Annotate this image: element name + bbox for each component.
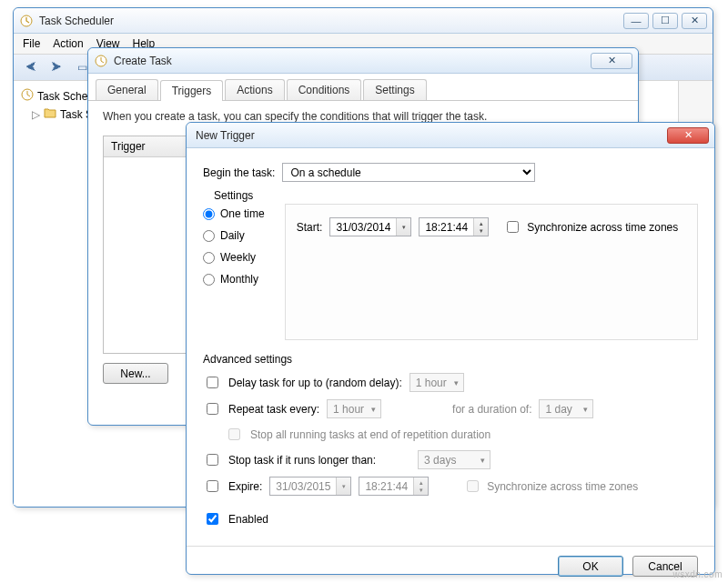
menu-file[interactable]: File bbox=[23, 37, 40, 50]
start-time-picker[interactable]: 18:21:44 ▴▾ bbox=[419, 217, 489, 236]
folder-icon bbox=[44, 107, 56, 121]
watermark: wsxdn.com bbox=[672, 569, 723, 579]
expire-sync-checkbox: Synchronize across time zones bbox=[463, 477, 638, 495]
schedule-panel: Start: 31/03/2014 ▾ 18:21:44 ▴▾ Synchron… bbox=[285, 204, 698, 340]
create-task-titlebar[interactable]: Create Task ✕ bbox=[88, 48, 638, 74]
clock-icon bbox=[21, 88, 34, 104]
ok-button[interactable]: OK bbox=[558, 556, 623, 577]
begin-task-label: Begin the task: bbox=[203, 166, 275, 179]
delay-combo[interactable]: 1 hour bbox=[410, 373, 464, 392]
new-trigger-title: New Trigger bbox=[192, 129, 667, 142]
new-trigger-titlebar[interactable]: New Trigger ✕ bbox=[187, 123, 714, 148]
calendar-drop-icon: ▾ bbox=[336, 477, 350, 495]
main-title: Task Scheduler bbox=[39, 15, 623, 27]
radio-daily[interactable]: Daily bbox=[203, 229, 265, 242]
maximize-button[interactable]: ☐ bbox=[652, 13, 678, 29]
duration-combo[interactable]: 1 day bbox=[539, 399, 593, 418]
expire-time-picker[interactable]: 18:21:44 ▴▾ bbox=[359, 477, 429, 496]
clock-icon bbox=[19, 14, 34, 28]
delay-checkbox[interactable] bbox=[207, 377, 218, 388]
repeat-checkbox[interactable] bbox=[207, 403, 218, 415]
clock-icon bbox=[94, 54, 108, 68]
tab-settings[interactable]: Settings bbox=[363, 79, 426, 100]
enabled-checkbox[interactable] bbox=[207, 513, 218, 525]
stop-long-checkbox[interactable] bbox=[207, 454, 218, 466]
stop-repeat-checkbox bbox=[228, 428, 240, 440]
close-button[interactable]: ✕ bbox=[682, 13, 707, 29]
start-date-picker[interactable]: 31/03/2014 ▾ bbox=[329, 217, 411, 236]
radio-one-time[interactable]: One time bbox=[203, 207, 265, 220]
duration-label: for a duration of: bbox=[452, 403, 531, 416]
radio-monthly[interactable]: Monthly bbox=[203, 273, 265, 286]
new-trigger-dialog: New Trigger ✕ Begin the task: On a sched… bbox=[186, 122, 715, 575]
chevron-right-icon: ▷ bbox=[32, 108, 40, 121]
tab-actions[interactable]: Actions bbox=[225, 79, 284, 100]
schedule-radios: One time Daily Weekly Monthly bbox=[203, 204, 272, 340]
spinner-icon[interactable]: ▴▾ bbox=[473, 218, 488, 236]
radio-weekly[interactable]: Weekly bbox=[203, 251, 265, 264]
expire-label: Expire: bbox=[228, 480, 262, 493]
delay-label: Delay task for up to (random delay): bbox=[228, 377, 402, 389]
sync-tz-checkbox[interactable]: Synchronize across time zones bbox=[503, 218, 678, 236]
spinner-icon: ▴▾ bbox=[413, 477, 428, 495]
close-button[interactable]: ✕ bbox=[667, 127, 709, 144]
menu-action[interactable]: Action bbox=[53, 37, 83, 50]
enabled-label: Enabled bbox=[228, 513, 268, 526]
tab-conditions[interactable]: Conditions bbox=[287, 79, 362, 100]
settings-label: Settings bbox=[214, 189, 698, 202]
calendar-drop-icon[interactable]: ▾ bbox=[396, 218, 410, 236]
tabstrip: General Triggers Actions Conditions Sett… bbox=[88, 74, 638, 101]
create-task-title: Create Task bbox=[114, 55, 591, 67]
repeat-label: Repeat task every: bbox=[228, 403, 319, 416]
stop-long-combo[interactable]: 3 days bbox=[418, 450, 490, 469]
main-titlebar[interactable]: Task Scheduler — ☐ ✕ bbox=[14, 8, 713, 34]
repeat-combo[interactable]: 1 hour bbox=[327, 399, 381, 418]
stop-repeat-label: Stop all running tasks at end of repetit… bbox=[250, 428, 490, 441]
back-button[interactable]: ⮜ bbox=[19, 57, 43, 77]
tab-general[interactable]: General bbox=[96, 79, 158, 100]
expire-checkbox[interactable] bbox=[207, 480, 218, 492]
begin-task-select[interactable]: On a schedule bbox=[282, 163, 535, 182]
minimize-button[interactable]: — bbox=[623, 13, 649, 29]
new-trigger-button[interactable]: New... bbox=[103, 363, 168, 384]
expire-date-picker[interactable]: 31/03/2015 ▾ bbox=[269, 477, 351, 496]
forward-button[interactable]: ⮞ bbox=[45, 57, 68, 77]
stop-long-label: Stop task if it runs longer than: bbox=[228, 454, 376, 467]
close-button[interactable]: ✕ bbox=[591, 53, 632, 69]
tab-triggers[interactable]: Triggers bbox=[160, 80, 224, 101]
start-label: Start: bbox=[297, 221, 323, 234]
advanced-label: Advanced settings bbox=[203, 353, 698, 366]
